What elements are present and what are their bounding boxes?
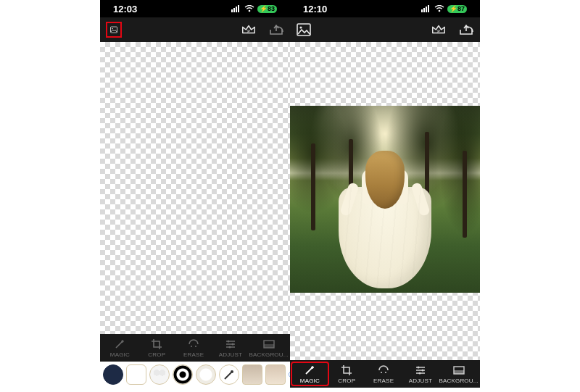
tool-background[interactable]: BACKGROU... [439, 362, 478, 385]
svg-point-27 [421, 370, 423, 372]
ad-item[interactable] [149, 364, 170, 385]
tool-label: MAGIC [300, 378, 320, 384]
svg-rect-16 [421, 9, 423, 12]
crop-icon [340, 364, 353, 377]
insert-image-button[interactable] [296, 22, 312, 38]
svg-text:P: P [437, 29, 440, 33]
svg-text:P: P [247, 29, 250, 33]
placed-image[interactable] [290, 106, 480, 293]
svg-rect-0 [231, 9, 233, 12]
crop-icon [150, 338, 163, 351]
premium-crown-button[interactable]: P [241, 22, 257, 38]
tool-label: ADJUST [409, 378, 432, 384]
share-button[interactable] [268, 22, 284, 38]
ad-item[interactable] [219, 364, 239, 385]
premium-crown-button[interactable]: P [431, 22, 447, 38]
battery-badge: ⚡83 [257, 5, 277, 13]
adjust-icon [414, 364, 427, 377]
svg-point-28 [418, 372, 420, 375]
ad-item[interactable] [126, 364, 146, 385]
transparent-background [100, 42, 290, 334]
wifi-icon [244, 4, 254, 14]
adjust-icon [224, 338, 237, 351]
erase-icon [377, 364, 390, 377]
ad-item[interactable] [103, 364, 123, 385]
tool-label: BACKGROU... [249, 351, 289, 358]
tool-label: BACKGROU... [439, 378, 478, 384]
status-time: 12:03 [113, 4, 137, 14]
insert-image-button[interactable] [106, 22, 122, 38]
svg-point-26 [417, 367, 419, 369]
svg-rect-14 [264, 344, 274, 348]
status-right: ⚡83 [231, 4, 277, 14]
ad-item[interactable] [196, 364, 216, 385]
tool-adjust[interactable]: ADJUST [402, 362, 439, 385]
erase-icon [187, 338, 200, 351]
svg-point-12 [228, 346, 231, 349]
svg-rect-2 [236, 7, 237, 12]
ad-item[interactable] [242, 364, 262, 385]
tool-bar: MAGIC CROP ERASE ADJUST BACKGROU... [290, 360, 480, 388]
status-time: 12:10 [303, 4, 327, 14]
svg-point-9 [195, 346, 196, 347]
svg-point-10 [227, 341, 229, 343]
share-button[interactable] [458, 22, 474, 38]
tool-label: CROP [148, 351, 165, 358]
tool-magic[interactable]: MAGIC [291, 362, 328, 385]
svg-point-6 [112, 28, 113, 30]
ad-item[interactable] [265, 364, 286, 385]
svg-rect-17 [423, 8, 425, 12]
svg-rect-18 [426, 7, 427, 12]
tool-crop[interactable]: CROP [328, 362, 365, 385]
svg-rect-30 [454, 370, 464, 374]
svg-point-20 [439, 9, 441, 12]
tool-label: ADJUST [219, 351, 242, 358]
status-bar: 12:03 ⚡83 [100, 0, 290, 17]
status-bar: 12:10 ⚡87 [290, 0, 480, 17]
svg-rect-21 [297, 24, 310, 36]
image-subject-person [339, 151, 431, 288]
wand-icon [113, 338, 126, 351]
tool-crop[interactable]: CROP [138, 336, 175, 359]
tool-label: CROP [338, 378, 355, 384]
tool-adjust[interactable]: ADJUST [212, 336, 249, 359]
signal-icon [231, 4, 241, 14]
tool-erase[interactable]: ERASE [175, 336, 212, 359]
wand-icon [303, 364, 316, 377]
editor-canvas[interactable] [290, 42, 480, 360]
svg-point-4 [249, 9, 251, 12]
signal-icon [421, 4, 431, 14]
screenshot-right: 12:10 ⚡87 P [290, 0, 480, 388]
svg-point-24 [381, 372, 382, 373]
tool-bar: MAGIC CROP ERASE ADJUST BACKGROU... [100, 334, 290, 362]
tool-label: ERASE [183, 351, 204, 358]
top-toolbar: P [290, 17, 480, 42]
svg-rect-3 [238, 5, 239, 12]
svg-point-22 [299, 26, 302, 28]
svg-rect-19 [428, 5, 429, 12]
battery-badge: ⚡87 [447, 5, 467, 13]
svg-point-8 [191, 346, 192, 347]
status-right: ⚡87 [421, 4, 467, 14]
svg-point-11 [231, 343, 233, 346]
ad-item[interactable] [173, 364, 193, 385]
tool-background[interactable]: BACKGROU... [249, 336, 289, 359]
tool-erase[interactable]: ERASE [365, 362, 402, 385]
svg-point-15 [231, 370, 233, 373]
editor-canvas[interactable] [100, 42, 290, 334]
tool-label: ERASE [373, 378, 394, 384]
wifi-icon [434, 4, 444, 14]
tool-magic[interactable]: MAGIC [102, 336, 138, 359]
background-icon [262, 338, 276, 351]
svg-rect-1 [233, 8, 235, 12]
tool-label: MAGIC [110, 351, 130, 358]
screenshot-left: 12:03 ⚡83 P [100, 0, 290, 388]
ad-strip: ⓘ AD ✕ S [100, 362, 290, 388]
top-toolbar: P [100, 17, 290, 42]
svg-rect-5 [111, 27, 117, 33]
background-icon [452, 364, 465, 377]
svg-point-25 [385, 372, 386, 373]
